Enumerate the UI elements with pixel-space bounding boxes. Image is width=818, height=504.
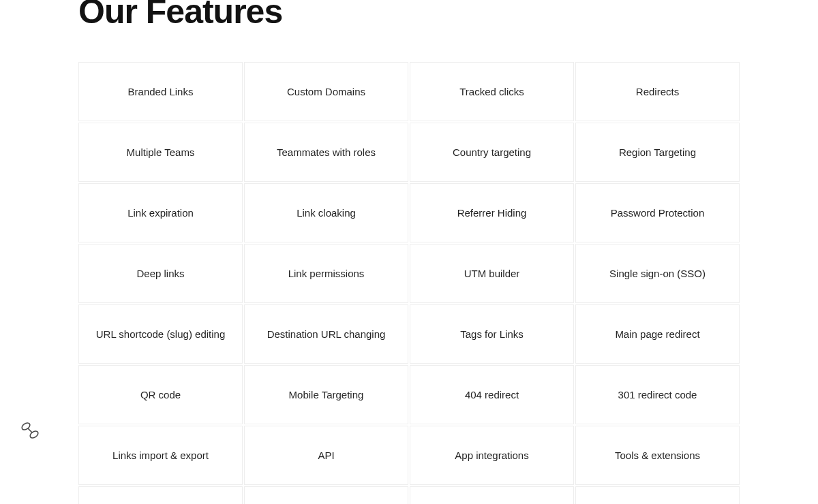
feature-cell: Tools & extensions [575,426,740,485]
feature-cell: Referrer Hiding [410,183,574,242]
feature-cell: Deep links [78,244,243,303]
feature-cell: Redirects [575,62,740,121]
feature-cell: SSL (by Let's Encrypt) [244,486,408,504]
feature-cell: Link permissions [244,244,408,303]
feature-cell: Single sign-on (SSO) [575,244,740,303]
feature-cell: Link expiration [78,183,243,242]
feature-cell: Tags for Links [410,304,574,364]
feature-cell: API [244,426,408,485]
svg-line-2 [28,428,32,432]
feature-cell: Custom Domains [244,62,408,121]
feature-cell: Destination URL changing [244,304,408,364]
feature-cell: Link cloaking [244,183,408,242]
chain-link-icon[interactable] [18,419,43,443]
feature-cell: Mobile Targeting [244,365,408,424]
feature-cell: QR code [78,365,243,424]
feature-cell: GDPR privacy [575,486,740,504]
feature-cell: Teammates with roles [244,123,408,182]
features-grid: Branded Links Custom Domains Tracked cli… [78,62,740,504]
feature-cell: Links import & export [78,426,243,485]
feature-cell: SLA of 99.9% uptime [78,486,243,504]
feature-cell: URL shortcode (slug) editing [78,304,243,364]
feature-cell: Chat Support [410,486,574,504]
page-heading: Our Features [78,0,740,31]
feature-cell: App integrations [410,426,574,485]
feature-cell: Region Targeting [575,123,740,182]
feature-cell: Branded Links [78,62,243,121]
feature-cell: 301 redirect code [575,365,740,424]
feature-cell: Country targeting [410,123,574,182]
feature-cell: Password Protection [575,183,740,242]
feature-cell: 404 redirect [410,365,574,424]
feature-cell: Multiple Teams [78,123,243,182]
feature-cell: Tracked clicks [410,62,574,121]
feature-cell: Main page redirect [575,304,740,364]
feature-cell: UTM builder [410,244,574,303]
